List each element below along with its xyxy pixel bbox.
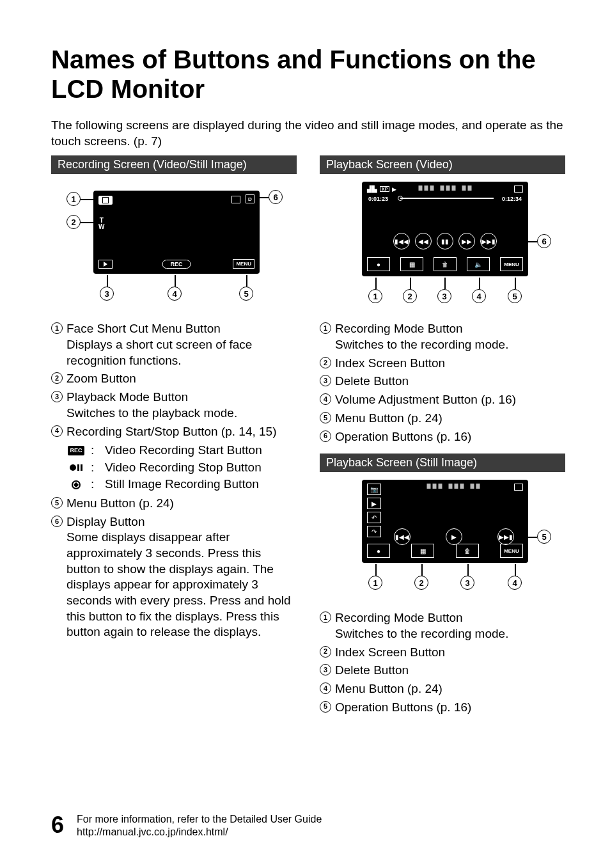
list-number: 1 <box>320 322 335 352</box>
recording-mode-icon: ● <box>367 544 390 558</box>
list-playback-still: 1Recording Mode ButtonSwitches to the re… <box>320 610 565 715</box>
callout-1: 1 <box>368 576 382 590</box>
top-status-icons: ▟▙ XP ▶ <box>367 185 396 193</box>
list-item-title: Delete Button <box>335 663 565 679</box>
playback-timeline <box>400 198 494 199</box>
list-item-title: Volume Adjustment Button (p. 16) <box>335 392 565 408</box>
icon-sublist-item: REC:Video Recording Start Button <box>66 442 297 459</box>
auto-play-icon: ▶ <box>367 498 381 509</box>
callout-2: 2 <box>414 576 428 590</box>
figure-playback-video: ▟▙ XP ▶ 0:01:23 <box>334 182 565 310</box>
list-item: 3Playback Mode ButtonSwitches to the pla… <box>51 390 297 421</box>
recording-mode-icon: ● <box>367 257 390 271</box>
callout-4: 4 <box>508 576 522 590</box>
rewind-icon: ◀◀ <box>415 233 432 249</box>
callout-6: 6 <box>269 190 283 204</box>
list-item: 1Recording Mode ButtonSwitches to the re… <box>320 610 565 642</box>
list-number: 4 <box>51 425 66 493</box>
leader-line <box>467 564 469 576</box>
list-item-title: Recording Start/Stop Button (p. 14, 15) <box>66 424 297 440</box>
pause-icon: ▮▮ <box>437 233 453 249</box>
leader-line <box>421 564 423 576</box>
list-item-body: Playback Mode ButtonSwitches to the play… <box>66 390 297 421</box>
menu-button: MENU <box>233 259 254 269</box>
list-item-body: Index Screen Button <box>335 356 565 372</box>
list-number: 3 <box>320 664 335 679</box>
prev-image-icon: ▮◀◀ <box>394 528 411 545</box>
play-icon: ▶ <box>446 528 462 545</box>
list-item: 1Face Short Cut Menu ButtonDisplays a sh… <box>51 321 297 368</box>
list-number: 2 <box>51 372 66 387</box>
list-playback-video: 1Recording Mode ButtonSwitches to the re… <box>320 321 565 445</box>
filename-segments <box>427 484 480 489</box>
prev-file-icon: ▮◀◀ <box>393 233 410 249</box>
playback-op-row: ▮◀◀ ◀◀ ▮▮ ▶▶ ▶▶▮ <box>362 233 528 249</box>
leader-line <box>518 537 537 538</box>
icon-sublist-label: Still Image Recording Button <box>105 476 259 493</box>
leader-line <box>375 564 377 576</box>
list-item-title: Recording Mode Button <box>335 610 565 626</box>
list-item-body: Face Short Cut Menu ButtonDisplays a sho… <box>66 321 297 368</box>
section-bar-playback-still: Playback Screen (Still Image) <box>320 454 565 472</box>
callout-2: 2 <box>66 215 81 229</box>
list-item-title: Operation Buttons (p. 16) <box>335 700 565 716</box>
callout-3: 3 <box>460 576 474 590</box>
list-number: 5 <box>320 412 335 427</box>
zoom-control-icon: T W <box>98 217 104 230</box>
list-item-title: Index Screen Button <box>335 356 565 372</box>
leader-line <box>107 275 108 287</box>
leader-line <box>514 241 537 242</box>
leader-line <box>81 199 97 200</box>
icon-sublist-label: Video Recording Stop Button <box>105 459 262 477</box>
col-left: Recording Screen (Video/Still Image) T W… <box>51 155 297 718</box>
list-number: 1 <box>51 322 66 368</box>
list-item-body: Menu Button (p. 24) <box>66 496 297 512</box>
list-item: 6Display ButtonSome displays disappear a… <box>51 514 297 641</box>
list-item-body: Delete Button <box>335 663 565 679</box>
icon-sublist: REC:Video Recording Start Button:Video R… <box>66 442 297 493</box>
list-item: 5Operation Buttons (p. 16) <box>320 700 565 716</box>
icon-sublist-item: :Still Image Recording Button <box>66 476 297 493</box>
list-item-desc: Switches to the recording mode. <box>335 337 565 353</box>
intro-text: The following screens are displayed duri… <box>51 118 565 149</box>
leader-line <box>515 278 516 289</box>
filename-segments <box>419 185 472 191</box>
leader-line <box>479 278 480 289</box>
playback-toolbar: ● ▦ 🗑 🔈 MENU <box>367 257 523 271</box>
list-item-title: Menu Button (p. 24) <box>335 681 565 697</box>
callout-3: 3 <box>437 289 451 303</box>
list-number: 5 <box>51 497 66 512</box>
section-bar-recording: Recording Screen (Video/Still Image) <box>51 155 297 174</box>
list-item: 5Menu Button (p. 24) <box>320 411 565 427</box>
list-recording: 1Face Short Cut Menu ButtonDisplays a sh… <box>51 321 297 640</box>
list-item-desc: Switches to the playback mode. <box>66 406 297 422</box>
leader-line <box>410 278 411 289</box>
menu-button: MENU <box>500 544 523 558</box>
list-item-title: Index Screen Button <box>335 645 565 661</box>
sd-card-icon <box>514 484 523 491</box>
leader-line <box>175 275 176 287</box>
leader-line <box>444 278 446 289</box>
page-footer: 6 For more information, refer to the Det… <box>51 812 322 839</box>
list-item-body: Menu Button (p. 24) <box>335 411 565 427</box>
list-item-desc: Displays a short cut screen of face reco… <box>66 337 297 368</box>
lcd-screen-playback-still: 📷 ▶ ↶ ↷ ▮◀◀ ▶ <box>362 480 528 563</box>
col-right: Playback Screen (Video) ▟▙ XP ▶ <box>320 155 565 718</box>
leader-line <box>257 197 269 198</box>
colon: : <box>91 442 100 459</box>
list-item-body: Recording Mode ButtonSwitches to the rec… <box>335 321 565 352</box>
footer-text: For more information, refer to the Detai… <box>77 813 322 839</box>
list-number: 3 <box>51 391 66 421</box>
still-toolbar: ● ▦ 🗑 MENU <box>367 544 523 558</box>
menu-button: MENU <box>500 257 523 271</box>
list-item: 6Operation Buttons (p. 16) <box>320 429 565 445</box>
footer-line-1: For more information, refer to the Detai… <box>77 813 322 826</box>
list-item: 5Menu Button (p. 24) <box>51 496 297 512</box>
callout-3: 3 <box>100 287 114 301</box>
callout-5: 5 <box>508 289 522 303</box>
list-item-body: Zoom Button <box>66 371 297 387</box>
face-shortcut-icon <box>98 196 113 205</box>
footer-line-2: http://manual.jvc.co.jp/index.html/ <box>77 826 322 839</box>
callout-2: 2 <box>403 289 417 303</box>
list-item-body: Volume Adjustment Button (p. 16) <box>335 392 565 408</box>
